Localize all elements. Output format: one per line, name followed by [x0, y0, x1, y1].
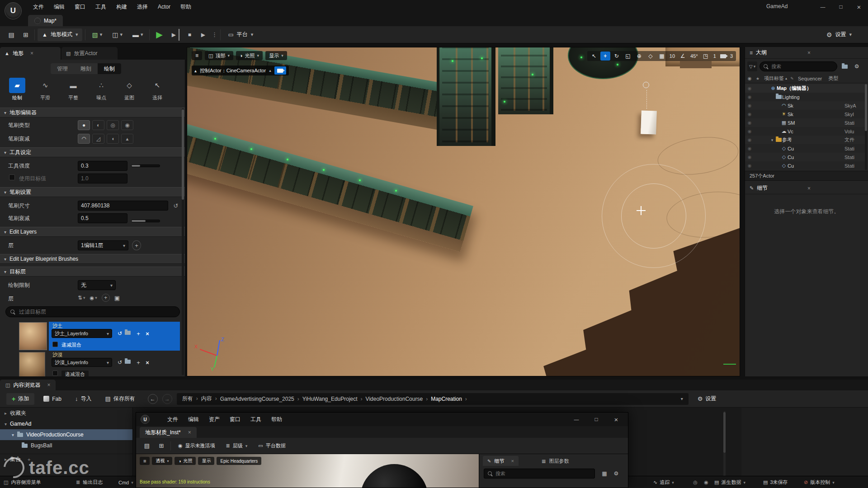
maximize-button[interactable]: □ [586, 413, 606, 426]
mode-paint[interactable]: 绘制 [98, 63, 121, 74]
hierarchy-dropdown[interactable]: ≣ 层级 ▾ [222, 441, 251, 451]
tree-item-root[interactable]: ▾ GameAd [0, 418, 132, 429]
brush-alpha-button[interactable]: ◐ [92, 120, 104, 130]
scale-snap-icon[interactable]: ◳ [701, 52, 711, 61]
tool-flatten[interactable]: ▬ 平整 [61, 78, 86, 101]
layer-info-dropdown[interactable]: 沙土_LayerInfo ▾ [52, 329, 112, 338]
cinematics-menu-button[interactable]: ▬ ▾ [129, 28, 147, 41]
tool-noise[interactable]: ∴ 噪点 [89, 78, 114, 101]
column-type[interactable]: 类型 [828, 75, 838, 82]
settings-dropdown[interactable]: ⚙ 设置 ▾ [823, 28, 855, 41]
menu-tools[interactable]: 工具 [90, 3, 111, 11]
outliner-row[interactable]: ◉⊕Map（编辑器） [745, 84, 866, 93]
frame-skip-button[interactable]: ▶ [169, 29, 179, 41]
unreal-logo-icon[interactable]: U [5, 2, 22, 19]
blend-checkbox[interactable] [52, 342, 58, 347]
menu-edit[interactable]: 编辑 [49, 3, 70, 11]
viewport-options-icon[interactable]: ≡ [192, 51, 202, 60]
layer-info-dropdown[interactable]: 沙漠_LayerInfo ▾ [52, 358, 112, 367]
brush-falloff-input[interactable] [78, 213, 127, 223]
outliner-row[interactable]: ◉◇CuStati [745, 153, 866, 161]
tool-blueprint[interactable]: ◇ 蓝图 [117, 78, 142, 101]
breadcrumb-item[interactable]: 所有 [182, 395, 201, 403]
chevron-down-icon[interactable]: ▾ [681, 396, 683, 401]
tool-smooth[interactable]: ∿ 平滑 [33, 78, 58, 101]
menu-tools[interactable]: 工具 [245, 416, 266, 423]
tower-structure[interactable] [437, 47, 495, 146]
minimize-button[interactable]: — [566, 413, 586, 426]
layer-item-selected[interactable]: 沙土 沙土_LayerInfo ▾ ↺ + × 递减混合 [18, 322, 180, 351]
camera-speed-icon[interactable] [720, 54, 726, 58]
left-panel-scrollbar[interactable] [182, 108, 184, 375]
close-icon[interactable]: × [807, 50, 811, 56]
blueprint-menu-button[interactable]: ◫ ▾ [108, 28, 126, 41]
layer-filter-searchbox[interactable] [5, 306, 180, 317]
falloff-linear-button[interactable]: ◿ [92, 134, 104, 144]
brush-size-input[interactable] [78, 201, 168, 211]
collapse-icon[interactable]: ▴ [269, 68, 271, 73]
outliner-filter-icon[interactable]: ▽▾ [747, 61, 757, 71]
favorites-section[interactable]: ▸ 收藏夹 [0, 408, 132, 418]
menu-build[interactable]: 构建 [111, 3, 132, 11]
outliner-row[interactable]: ◉◇CuStati [745, 161, 866, 170]
show-inactive-button[interactable]: ◉ 显示未激活项 [175, 441, 219, 451]
outliner-searchbox[interactable] [760, 61, 837, 71]
viewport[interactable]: X Z Y ≡ ◫顶部▾ ◑光照▾ 显示▾ ↖ + ↻ ◱ ⊕ ◇ ▦ 10 ∠… [187, 47, 740, 376]
import-button[interactable]: ↓ 导入 [71, 393, 96, 405]
wall-structure-main[interactable] [187, 119, 473, 252]
layer-filter-input[interactable] [19, 309, 155, 315]
outliner-settings-icon[interactable]: ⚙ [852, 61, 862, 71]
platforms-dropdown[interactable]: ▭ 平台 ▾ [223, 28, 258, 41]
section-edit-layers[interactable]: ▾ Edit Layers [0, 227, 185, 237]
mode-sculpt[interactable]: 雕刻 [74, 63, 98, 74]
breadcrumb-item[interactable]: 内容 [201, 395, 220, 403]
edit-layer-dropdown[interactable]: 1编辑1层 ▾ [78, 240, 128, 250]
material-instance-window[interactable]: U 文件 编辑 资产 窗口 工具 帮助 — □ × 地形材质_Inst* × ▤… [136, 412, 628, 488]
eject-button[interactable]: ▶ [198, 29, 208, 41]
assets-scrollbar[interactable] [723, 411, 726, 479]
cmd-dropdown[interactable]: Cmd ▾ [118, 478, 133, 487]
menu-help[interactable]: 帮助 [266, 416, 287, 423]
back-icon[interactable]: ← [148, 394, 158, 404]
layer-thumbnail[interactable] [19, 352, 45, 376]
outliner-tab[interactable]: ≡ 大纲 × [745, 47, 868, 59]
layer-thumbnail[interactable] [19, 322, 47, 350]
falloff-tip-button[interactable]: ▲ [121, 134, 133, 144]
outliner-row[interactable]: ◉☀SkSkyl [745, 110, 866, 118]
preview-viewmode-dropdown[interactable]: ◑光照 [175, 457, 196, 465]
tower-structure[interactable] [498, 47, 553, 114]
remove-layer-icon[interactable]: × [144, 358, 151, 367]
grid-view-icon[interactable]: ▦ [599, 469, 609, 479]
menu-asset[interactable]: 资产 [204, 416, 225, 423]
locate-asset-icon[interactable]: ↺ [116, 329, 124, 338]
maximize-button[interactable]: □ [832, 0, 850, 14]
menu-select[interactable]: 选择 [132, 3, 153, 11]
pilot-camera-button[interactable] [274, 66, 286, 75]
move-tool-icon[interactable]: + [600, 52, 610, 61]
outliner-scrollbar[interactable] [865, 84, 867, 170]
close-icon[interactable]: × [807, 185, 811, 192]
material-asset-tab[interactable]: 地形材质_Inst* × [140, 427, 197, 438]
tool-strength-slider[interactable] [131, 164, 160, 167]
falloff-sphere-button[interactable]: ◖ [107, 134, 119, 144]
add-actor-button[interactable]: ▧ ▾ [88, 28, 106, 41]
unsaved-button[interactable]: ▤ 3未保存 [763, 478, 788, 487]
screenshot-icon[interactable]: ◉ [702, 478, 711, 487]
outliner-row[interactable]: ◉◇CuStati [745, 144, 866, 153]
menu-help[interactable]: 帮助 [175, 3, 196, 11]
tool-strength-input[interactable] [78, 161, 127, 171]
browse-icon[interactable]: ⊞ [156, 441, 167, 451]
viewport-viewmode-dropdown[interactable]: ◑光照▾ [236, 51, 263, 60]
play-button[interactable]: ▶ [152, 28, 166, 42]
camera-speed-value[interactable]: 3 [729, 53, 734, 59]
save-icon[interactable]: ▤ [5, 29, 17, 41]
details-tab[interactable]: ✎ 细节 × [745, 183, 868, 194]
menu-window[interactable]: 窗口 [225, 416, 245, 423]
content-browser-settings[interactable]: ⚙ 设置 [693, 393, 721, 405]
left-panel-tab-place-actor[interactable]: ▧ 放置Actor [61, 47, 118, 60]
locate-asset-icon[interactable]: ↺ [116, 358, 124, 367]
insights-icon[interactable]: ◎ [691, 478, 700, 487]
close-button[interactable]: × [606, 413, 626, 426]
viewport-show-dropdown[interactable]: 显示▾ [265, 51, 287, 60]
white-box-prop[interactable] [641, 110, 657, 134]
